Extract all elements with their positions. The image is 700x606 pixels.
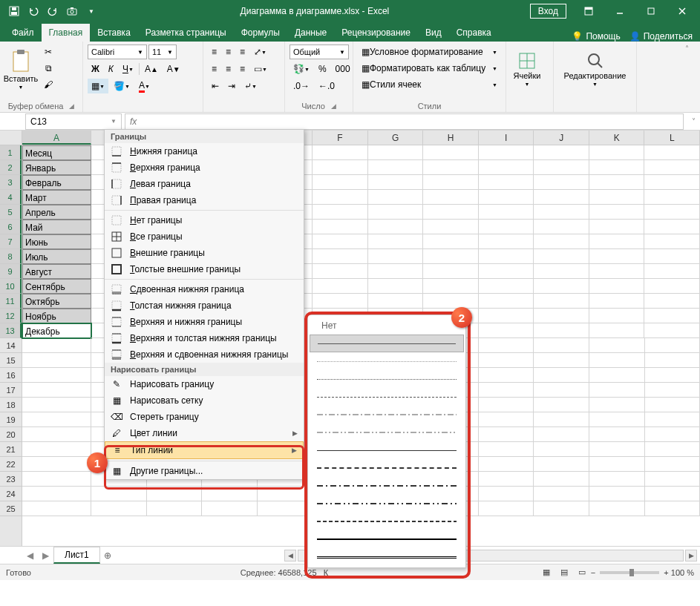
cell[interactable] — [589, 353, 645, 368]
row-header[interactable]: 14 — [0, 338, 22, 353]
cell[interactable] — [313, 190, 368, 205]
cell[interactable] — [368, 175, 424, 190]
cell[interactable] — [534, 368, 589, 383]
cell[interactable] — [202, 501, 258, 516]
fill-color-button[interactable]: 🪣▼ — [110, 79, 134, 93]
sheet-nav-next-icon[interactable]: ▶ — [38, 550, 53, 561]
cell[interactable] — [534, 279, 589, 294]
cell[interactable] — [22, 501, 91, 516]
align-top-icon[interactable]: ≡ — [208, 45, 220, 59]
cell[interactable] — [368, 160, 424, 175]
line-style-thin-solid[interactable] — [310, 335, 464, 352]
row-header[interactable]: 11 — [0, 294, 22, 309]
cell[interactable] — [589, 457, 645, 472]
sheet-nav-prev-icon[interactable]: ◀ — [22, 550, 38, 561]
row-header[interactable]: 12 — [0, 309, 22, 323]
cell[interactable] — [368, 294, 424, 309]
increase-decimal-icon[interactable]: .0→ — [290, 79, 313, 93]
cell[interactable] — [534, 338, 589, 353]
cell-styles-button[interactable]: ▦ Стили ячеек ▼ — [358, 77, 501, 92]
line-style-dash-dot-dot[interactable] — [310, 424, 464, 441]
line-style-thick-solid[interactable] — [310, 530, 464, 548]
border-preset-item[interactable]: Сдвоенная нижняя граница — [105, 281, 304, 297]
cell[interactable] — [313, 234, 368, 249]
cell[interactable] — [589, 412, 645, 427]
line-color-item[interactable]: 🖊Цвет линии▶ — [105, 425, 304, 441]
cell[interactable] — [313, 205, 368, 220]
column-header[interactable]: F — [313, 131, 368, 145]
align-left-icon[interactable]: ≡ — [208, 62, 220, 76]
wrap-text-icon[interactable]: ⤶▼ — [241, 79, 261, 93]
italic-button[interactable]: К — [105, 62, 117, 76]
cell[interactable] — [589, 442, 645, 457]
normal-view-icon[interactable]: ▦ — [538, 566, 555, 579]
page-break-view-icon[interactable]: ▭ — [574, 566, 590, 579]
cell[interactable] — [644, 175, 700, 190]
cell[interactable] — [589, 279, 645, 294]
cell[interactable] — [22, 427, 91, 442]
cell[interactable]: Июнь — [22, 234, 91, 249]
cell[interactable]: Месяц — [22, 145, 91, 160]
decrease-font-icon[interactable]: A▼ — [163, 62, 184, 76]
tab-view[interactable]: Вид — [418, 24, 449, 42]
align-right-icon[interactable]: ≡ — [236, 62, 249, 76]
cell[interactable]: Август — [22, 264, 91, 279]
tab-data[interactable]: Данные — [287, 24, 334, 42]
cell[interactable] — [589, 383, 645, 398]
cell[interactable] — [202, 487, 258, 501]
cell[interactable]: Январь — [22, 160, 91, 175]
undo-icon[interactable] — [25, 3, 42, 19]
minimize-icon[interactable] — [605, 0, 635, 22]
cell[interactable] — [644, 279, 700, 294]
cell[interactable] — [644, 234, 700, 249]
cell[interactable] — [479, 338, 534, 353]
border-preset-item[interactable]: Все границы — [105, 228, 304, 245]
add-sheet-icon[interactable]: ⊕ — [100, 550, 115, 561]
cell[interactable] — [423, 220, 479, 234]
border-preset-item[interactable]: Нижняя граница — [105, 143, 304, 159]
cell[interactable] — [534, 190, 589, 205]
number-format-combo[interactable]: Общий▼ — [290, 45, 349, 59]
row-header[interactable]: 6 — [0, 220, 22, 234]
cell[interactable] — [534, 264, 589, 279]
cell[interactable] — [534, 234, 589, 249]
dialog-launcher-icon[interactable]: ◢ — [69, 102, 74, 110]
cell[interactable] — [22, 398, 91, 412]
cell[interactable]: Декабрь — [22, 323, 91, 338]
cell[interactable] — [589, 205, 645, 220]
tab-file[interactable]: Файл — [4, 24, 42, 42]
cell[interactable] — [313, 145, 368, 160]
tab-page-layout[interactable]: Разметка страницы — [138, 24, 234, 42]
cell[interactable] — [645, 412, 700, 427]
cell[interactable] — [534, 309, 589, 323]
cell[interactable] — [479, 442, 534, 457]
select-all-triangle[interactable] — [0, 131, 22, 145]
cell[interactable] — [589, 323, 645, 338]
tab-home[interactable]: Главная — [42, 24, 91, 42]
decrease-decimal-icon[interactable]: ←.0 — [315, 79, 338, 93]
cell[interactable] — [589, 249, 645, 264]
cell[interactable] — [479, 368, 534, 383]
close-icon[interactable] — [667, 0, 697, 22]
border-preset-item[interactable]: Толстая нижняя граница — [105, 297, 304, 314]
cell[interactable] — [534, 175, 589, 190]
cell[interactable]: Октябрь — [22, 294, 91, 309]
bold-button[interactable]: Ж — [88, 62, 103, 76]
cell[interactable] — [589, 160, 645, 175]
cell[interactable]: Июль — [22, 249, 91, 264]
cell[interactable] — [368, 279, 424, 294]
maximize-icon[interactable] — [636, 0, 666, 22]
more-borders-item[interactable]: ▦Другие границы... — [105, 463, 304, 479]
row-header[interactable]: 15 — [0, 353, 22, 368]
hscroll-left-icon[interactable]: ◀ — [284, 550, 296, 561]
signin-button[interactable]: Вход — [530, 4, 566, 19]
row-header[interactable]: 8 — [0, 249, 22, 264]
cell[interactable] — [91, 501, 147, 516]
cell[interactable] — [423, 234, 479, 249]
cell[interactable] — [479, 383, 534, 398]
cell[interactable] — [534, 383, 589, 398]
cell[interactable] — [423, 160, 479, 175]
row-header[interactable]: 2 — [0, 160, 22, 175]
cut-icon[interactable]: ✂ — [40, 45, 56, 59]
cell[interactable] — [645, 398, 700, 412]
